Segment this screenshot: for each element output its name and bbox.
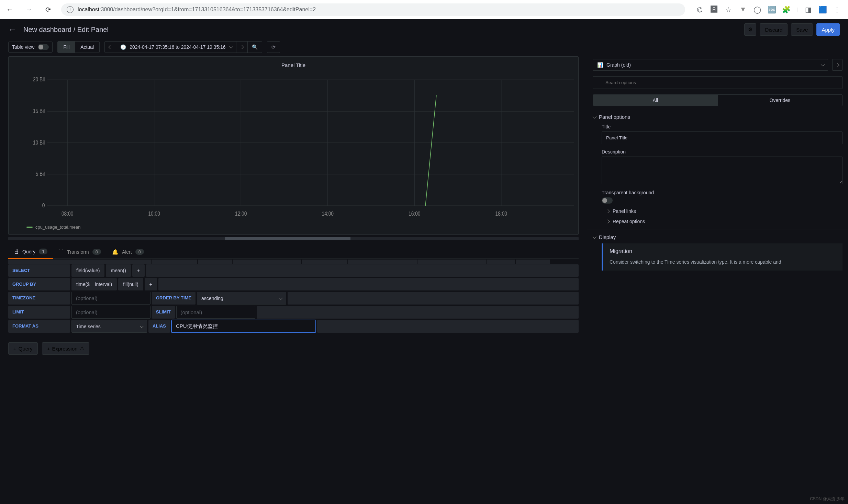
editor-tabs: 🗄 Query 1 ⛶ Transform 0 🔔 Alert 0 — [8, 245, 579, 259]
visualization-picker[interactable]: 📊 Graph (old) — [593, 59, 828, 71]
search-options-input[interactable] — [593, 76, 843, 89]
timezone-input[interactable] — [71, 292, 150, 305]
slimit-label: SLIMIT — [152, 306, 175, 319]
zoom-out-button[interactable]: 🔍 — [247, 42, 262, 53]
panel-links-item[interactable]: Panel links — [602, 208, 843, 214]
transparent-bg-toggle[interactable] — [602, 197, 613, 204]
switch-icon — [38, 44, 49, 50]
tab-alert[interactable]: 🔔 Alert 0 — [107, 245, 149, 259]
tab-transform[interactable]: ⛶ Transform 0 — [53, 245, 107, 259]
tab-overrides[interactable]: Overrides — [718, 95, 843, 106]
section-panel-options-header[interactable]: Panel options — [593, 114, 843, 120]
panel-title-input[interactable] — [602, 131, 843, 144]
refresh-icon: ⟳ — [271, 44, 276, 50]
visualization-panel: Panel Title — [8, 56, 579, 235]
tab-query-label: Query — [22, 249, 35, 254]
slimit-input[interactable] — [176, 306, 255, 319]
table-view-label: Table view — [12, 44, 34, 50]
panel-description-input[interactable] — [602, 157, 843, 184]
url-bar[interactable]: i localhost:3000/dashboard/new?orgId=1&f… — [61, 3, 685, 16]
panel-toolbar: Table view Fill Actual 🕓 2024-04-17 07:3… — [0, 40, 848, 56]
refresh-button[interactable]: ⟳ — [267, 41, 280, 53]
ext-icon-2[interactable]: ◯ — [753, 5, 761, 14]
watermark: CSDN @风流 少年 — [810, 496, 845, 502]
back-arrow-icon[interactable]: ← — [8, 25, 16, 34]
tab-all[interactable]: All — [593, 95, 718, 106]
time-range-button[interactable]: 🕓 2024-04-17 07:35:16 to 2024-04-17 19:3… — [116, 42, 236, 53]
clock-icon: 🕓 — [120, 44, 126, 50]
zoom-out-icon: 🔍 — [252, 44, 258, 50]
y-tick-3: 15 Bil — [33, 108, 45, 114]
options-pane: 📊 Graph (old) 🔍 All Overrides — [587, 56, 848, 504]
select-agg-seg[interactable]: mean() — [106, 264, 131, 277]
time-prev-button[interactable] — [105, 42, 116, 53]
table-view-toggle[interactable]: Table view — [8, 42, 53, 53]
timezone-spacer — [288, 292, 579, 305]
ext-icon-1[interactable]: ▼ — [739, 5, 747, 14]
section-panel-options: Panel options Title Description Transpar… — [587, 109, 848, 229]
tab-transform-count: 0 — [92, 249, 101, 255]
groupby-spacer — [158, 278, 579, 290]
ext-icon-3[interactable]: 🔤 — [768, 5, 776, 14]
expand-options-button[interactable] — [832, 59, 843, 71]
chart-area[interactable]: 0 5 Bil 10 Bil 15 Bil 20 Bil 08:00 10:00… — [13, 71, 574, 222]
bookmark-star-icon[interactable]: ☆ — [724, 5, 733, 14]
section-display-header[interactable]: Display — [593, 234, 843, 240]
add-expression-button[interactable]: + Expression ⚠ — [42, 342, 89, 355]
search-options-wrap: 🔍 — [593, 76, 843, 89]
repeat-options-item[interactable]: Repeat options — [602, 219, 843, 224]
x-tick-2: 12:00 — [235, 211, 247, 217]
x-tick-3: 14:00 — [322, 211, 333, 217]
browser-forward-button[interactable]: → — [23, 3, 35, 16]
tab-query-count: 1 — [39, 249, 47, 254]
discard-button[interactable]: Discard — [760, 23, 788, 36]
x-tick-5: 18:00 — [495, 211, 507, 217]
transparent-bg-label: Transparent background — [602, 190, 843, 195]
select-field-seg[interactable]: field(value) — [71, 264, 104, 277]
title-field-label: Title — [602, 124, 843, 129]
browser-reload-button[interactable]: ⟳ — [42, 3, 54, 16]
profile-avatar[interactable]: 🟦 — [818, 5, 827, 14]
viz-type-label: Graph (old) — [606, 62, 631, 68]
chevron-down-icon — [279, 296, 283, 299]
browser-chrome: ← → ⟳ i localhost:3000/dashboard/new?org… — [0, 0, 848, 19]
orderby-select[interactable]: ascending — [197, 292, 286, 305]
add-query-button[interactable]: + Query — [8, 342, 38, 355]
row-limit: LIMIT SLIMIT — [8, 306, 579, 319]
actual-option[interactable]: Actual — [75, 42, 99, 53]
time-range-picker: 🕓 2024-04-17 07:35:16 to 2024-04-17 19:3… — [104, 41, 262, 53]
section-display: Display Migration Consider switching to … — [587, 229, 848, 275]
settings-button[interactable]: ⚙ — [744, 23, 756, 36]
tab-alert-count: 0 — [135, 249, 144, 255]
groupby-time-seg[interactable]: time($__interval) — [71, 278, 117, 290]
format-select[interactable]: Time series — [71, 320, 147, 333]
alias-input[interactable] — [171, 320, 316, 333]
limit-input[interactable] — [71, 306, 150, 319]
groupby-fill-seg[interactable]: fill(null) — [118, 278, 143, 290]
fill-actual-toggle: Fill Actual — [57, 41, 100, 53]
fill-option[interactable]: Fill — [58, 42, 75, 53]
browser-back-button[interactable]: ← — [3, 3, 16, 16]
select-add-button[interactable]: + — [132, 264, 145, 277]
translate-icon[interactable]: 🅰 — [710, 5, 718, 14]
save-button[interactable]: Save — [791, 23, 813, 36]
time-next-button[interactable] — [236, 42, 247, 53]
side-panel-icon[interactable]: ◨ — [804, 5, 812, 14]
repeat-options-label: Repeat options — [613, 219, 645, 224]
browser-menu-icon[interactable]: ⋮ — [833, 5, 841, 14]
extensions-icon[interactable]: 🧩 — [782, 5, 790, 14]
apply-button[interactable]: Apply — [816, 23, 840, 36]
chart-legend[interactable]: cpu_usage_total.mean — [13, 222, 574, 230]
alias-label: ALIAS — [148, 320, 170, 333]
warning-icon: ⚠ — [80, 345, 84, 352]
password-key-icon[interactable]: ⌬ — [695, 5, 704, 14]
limit-spacer — [257, 306, 579, 319]
groupby-add-button[interactable]: + — [145, 278, 157, 290]
horizontal-scrollbar[interactable] — [8, 237, 579, 240]
orderby-label: ORDER BY TIME — [152, 292, 196, 305]
select-spacer — [146, 264, 579, 277]
page-title: New dashboard / Edit Panel — [23, 26, 737, 34]
panel-title: Panel Title — [13, 61, 574, 71]
tab-query[interactable]: 🗄 Query 1 — [8, 245, 53, 259]
site-info-icon[interactable]: i — [67, 6, 74, 13]
